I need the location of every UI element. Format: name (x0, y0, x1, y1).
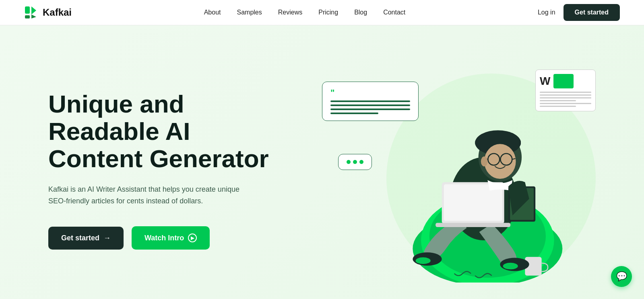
get-started-nav-button[interactable]: Get started (564, 4, 620, 21)
person-illustration (346, 74, 596, 283)
login-button[interactable]: Log in (538, 9, 555, 16)
chat-button[interactable]: 💬 (611, 266, 632, 287)
nav-actions: Log in Get started (538, 4, 620, 21)
hero-buttons: Get started → Watch Intro ▶ (48, 226, 290, 250)
hero-illustration: " W (314, 57, 596, 283)
hero-section: Unique and Readable AI Content Generator… (0, 25, 644, 299)
logo[interactable]: Kafkai (24, 5, 72, 20)
logo-text: Kafkai (43, 7, 72, 18)
nav-link-pricing[interactable]: Pricing (318, 9, 338, 16)
nav-link-reviews[interactable]: Reviews (278, 9, 302, 16)
nav-link-about[interactable]: About (204, 9, 221, 16)
navbar: Kafkai About Samples Reviews Pricing Blo… (0, 0, 644, 25)
svg-rect-1 (25, 15, 30, 18)
watch-intro-button[interactable]: Watch Intro ▶ (132, 226, 210, 250)
hero-subtitle: Kafkai is an AI Writer Assistant that he… (48, 184, 258, 207)
svg-rect-0 (25, 6, 30, 14)
get-started-hero-button[interactable]: Get started → (48, 227, 124, 250)
arrow-right-icon: → (103, 234, 111, 242)
hero-title: Unique and Readable AI Content Generator (48, 90, 290, 173)
play-icon: ▶ (188, 233, 197, 242)
chat-icon: 💬 (616, 271, 627, 282)
nav-links: About Samples Reviews Pricing Blog Conta… (204, 9, 406, 16)
hero-content: Unique and Readable AI Content Generator… (48, 90, 290, 250)
kafkai-logo-icon (24, 5, 39, 20)
svg-point-9 (416, 257, 431, 264)
svg-point-23 (481, 156, 488, 166)
nav-link-blog[interactable]: Blog (354, 9, 367, 16)
svg-point-17 (484, 144, 516, 179)
svg-rect-13 (436, 223, 510, 227)
get-started-label: Get started (61, 234, 99, 242)
nav-link-samples[interactable]: Samples (237, 9, 262, 16)
svg-point-10 (503, 263, 518, 270)
nav-link-contact[interactable]: Contact (383, 9, 405, 16)
watch-intro-label: Watch Intro (144, 234, 184, 242)
